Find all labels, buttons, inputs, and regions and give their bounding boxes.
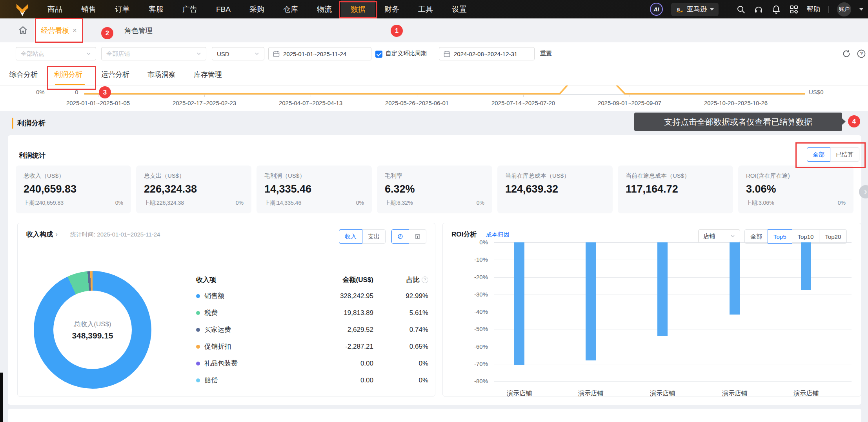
close-icon[interactable]: × <box>73 27 77 35</box>
search-icon[interactable] <box>736 5 746 14</box>
income-row-amount: 0.00 <box>291 377 373 384</box>
table-view-button[interactable] <box>409 229 426 244</box>
stat-card-label: 毛利润（US$） <box>264 172 364 180</box>
next-section-panel <box>8 409 861 422</box>
site-select[interactable]: 全部站点 <box>16 47 96 60</box>
nav-item-仓库[interactable]: 仓库 <box>274 0 308 18</box>
analysis-tab-运营分析[interactable]: 运营分析 <box>101 65 129 85</box>
nav-item-财务[interactable]: 财务 <box>375 0 409 18</box>
strip-axis-tick <box>523 95 524 97</box>
nav-item-销售[interactable]: 销售 <box>72 0 106 18</box>
notification-bell-icon[interactable] <box>772 5 781 14</box>
stat-card-prev: 上期:226,324.38 <box>144 200 184 207</box>
analysis-tab-市场洞察[interactable]: 市场洞察 <box>147 65 176 85</box>
income-row-amount: 19,813.89 <box>291 309 373 317</box>
roi-bar <box>657 242 668 336</box>
compare-range-picker[interactable]: 2024-02-08~2024-12-31 <box>439 47 535 60</box>
svg-text:a: a <box>677 6 680 12</box>
trend-strip-chart: 0% 0 US$0 2025-01-01~2025-01-052025-02-1… <box>0 85 868 111</box>
stat-card-value: 117,164.72 <box>626 183 725 195</box>
help-circle-icon[interactable]: ? <box>857 49 866 58</box>
compare-period-label: 自定义环比周期 <box>386 50 427 57</box>
tab-dashboard[interactable]: 经营看板 × <box>35 18 83 42</box>
col-pct-label: 占比 <box>406 276 420 284</box>
income-row-label: 赔偿 <box>204 376 218 385</box>
page-tab-bar: 经营看板 × 角色管理 <box>0 18 868 42</box>
roi-gridline <box>494 242 852 243</box>
section-title: 利润分析 <box>17 118 45 128</box>
shop-select[interactable]: 全部店铺 <box>101 47 206 60</box>
income-row-label: 促销折扣 <box>204 342 231 351</box>
help-link[interactable]: 帮助 <box>807 5 820 14</box>
scope-all-button[interactable]: 全部 <box>807 147 830 162</box>
income-panel-title[interactable]: 收入构成› <box>26 230 58 239</box>
stat-card-footer: 上期:226,324.380% <box>144 200 244 207</box>
scope-settled-button[interactable]: 已结算 <box>830 147 859 162</box>
support-headset-icon[interactable] <box>754 5 763 14</box>
expense-toggle-button[interactable]: 支出 <box>362 229 386 244</box>
date-range-picker[interactable]: 2025-01-01~2025-11-24 <box>268 47 371 60</box>
strip-x-label: 2025-02-17~2025-02-23 <box>153 100 256 106</box>
income-panel-subtitle: 统计时间: 2025-01-01~2025-11-24 <box>70 231 160 238</box>
nav-item-设置[interactable]: 设置 <box>442 0 476 18</box>
ai-assistant-button[interactable]: AI <box>650 3 663 16</box>
stat-card: 毛利率6.32%上期:6.32%0% <box>377 166 492 213</box>
compare-period-checkbox[interactable] <box>375 51 382 58</box>
expand-chevron-icon: › <box>55 230 58 238</box>
currency-select[interactable]: USD <box>212 47 264 60</box>
stat-card: ROI(含在库在途)3.06%上期:3.06%0% <box>738 166 853 213</box>
roi-bar <box>514 242 524 365</box>
income-row-pct: 0% <box>373 360 428 367</box>
main-menu: 商品销售订单客服广告FBA采购仓库物流数据财务工具设置 <box>38 0 476 18</box>
analysis-tab-利润分析[interactable]: 利润分析 <box>54 65 82 85</box>
nav-item-采购[interactable]: 采购 <box>240 0 274 18</box>
roi-bar <box>801 242 811 290</box>
nav-item-FBA[interactable]: FBA <box>207 0 240 18</box>
marketplace-switcher[interactable]: a 亚马逊 <box>671 3 719 16</box>
roi-top5-button[interactable]: Top5 <box>768 229 792 244</box>
pie-view-button[interactable] <box>391 229 409 244</box>
nav-right: AI a 亚马逊 帮助 账户 <box>650 0 863 18</box>
tab-role-management[interactable]: 角色管理 <box>124 18 153 42</box>
income-row-label: 买家运费 <box>204 325 231 334</box>
account-chevron-icon[interactable] <box>859 8 863 11</box>
roi-x-label: 演示店铺 <box>707 389 762 398</box>
analysis-tab-综合分析[interactable]: 综合分析 <box>9 65 38 85</box>
income-row-name: 税费 <box>196 308 291 317</box>
nav-item-数据[interactable]: 数据 <box>341 0 375 18</box>
income-expense-toggle: 收入 支出 <box>339 229 386 244</box>
top-nav: 商品销售订单客服广告FBA采购仓库物流数据财务工具设置 AI a 亚马逊 帮助 … <box>0 0 868 18</box>
reset-button[interactable]: 重置 <box>540 50 552 57</box>
app-logo[interactable] <box>15 2 30 17</box>
nav-item-物流[interactable]: 物流 <box>308 0 341 18</box>
nav-item-商品[interactable]: 商品 <box>38 0 72 18</box>
analysis-tab-库存管理[interactable]: 库存管理 <box>194 65 222 85</box>
strip-axis-tick <box>417 95 417 97</box>
roi-y-tick-label: -80% <box>462 378 488 384</box>
strip-x-label: 2025-01-01~2025-01-05 <box>47 100 149 106</box>
strip-axis-tick <box>736 95 736 97</box>
svg-text:?: ? <box>860 51 863 56</box>
income-row-amount: 0.00 <box>291 360 373 367</box>
apps-grid-icon[interactable] <box>789 5 799 14</box>
section-accent-bar <box>12 118 13 129</box>
help-circle-icon[interactable]: ? <box>422 276 428 283</box>
income-table: 收入项 金额(US$) 占比? 销售额328,242.9592.99%税费19,… <box>196 272 428 389</box>
account-avatar[interactable]: 账户 <box>837 2 851 16</box>
roi-bar-chart: 0%-10%-20%-30%-40%-50%-60%-70%-80%演示店铺演示… <box>443 223 861 396</box>
stat-card-value: 226,324.38 <box>144 183 244 195</box>
col-pct: 占比? <box>373 275 428 284</box>
nav-item-工具[interactable]: 工具 <box>409 0 442 18</box>
calendar-icon <box>273 51 280 57</box>
refresh-icon[interactable] <box>842 49 851 58</box>
income-toggle-button[interactable]: 收入 <box>339 229 362 244</box>
stat-card-label: 毛利率 <box>385 172 484 180</box>
table-icon <box>415 233 420 240</box>
nav-item-客服[interactable]: 客服 <box>139 0 173 18</box>
nav-item-广告[interactable]: 广告 <box>173 0 207 18</box>
stat-card-change: 0% <box>236 200 244 207</box>
amazon-icon: a <box>676 5 684 13</box>
roi-gridline <box>494 312 852 312</box>
home-icon[interactable] <box>18 25 28 35</box>
nav-item-订单[interactable]: 订单 <box>106 0 139 18</box>
